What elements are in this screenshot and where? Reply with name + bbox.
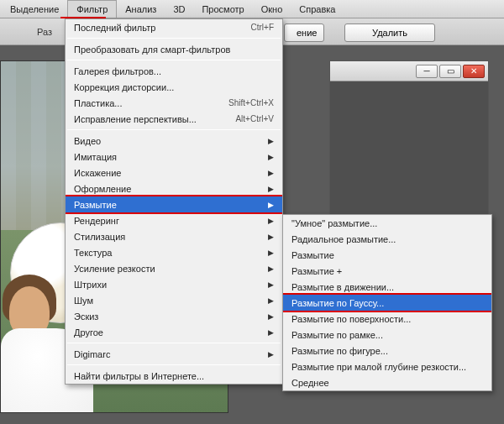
submenu-arrow-icon: ▶ (268, 328, 274, 337)
blur-submenu: "Умное" размытие... Радиальное размытие.… (282, 214, 492, 391)
menu-other[interactable]: Другое▶ (66, 324, 282, 340)
label: Последний фильтр (74, 23, 155, 33)
submenu-arrow-icon: ▶ (268, 350, 274, 359)
label: Размытие (291, 250, 334, 260)
menu-filter[interactable]: Фильтр (67, 0, 117, 18)
menu-view[interactable]: Просмотр (193, 0, 252, 18)
menu-help[interactable]: Справка (291, 0, 344, 18)
maximize-icon: ▭ (447, 66, 454, 76)
menu-analysis[interactable]: Анализ (117, 0, 165, 18)
menu-distort[interactable]: Искажение▶ (66, 165, 282, 181)
separator (67, 129, 281, 130)
menu-artistic[interactable]: Имитация▶ (66, 149, 282, 165)
label: Размытие в движении... (291, 282, 394, 292)
blur-motion[interactable]: Размытие в движении... (283, 279, 491, 295)
menu-lens-correction[interactable]: Коррекция дисторсии... (66, 79, 282, 95)
submenu-arrow-icon: ▶ (268, 185, 274, 193)
label: Среднее (291, 378, 329, 388)
menu-3d[interactable]: 3D (165, 0, 193, 18)
shortcut: Alt+Ctrl+V (235, 114, 274, 123)
menu-pixelate[interactable]: Оформление▶ (66, 181, 282, 196)
blur-average[interactable]: Среднее (283, 374, 491, 390)
toolbar-button-fragment[interactable]: ение (284, 24, 324, 42)
label: Другое (74, 327, 103, 338)
label: Digimarc (74, 349, 110, 359)
separator (67, 343, 281, 343)
label: Размытие по Гауссу... (291, 298, 384, 308)
label: Искажение (74, 168, 121, 178)
blur-surface[interactable]: Размытие по поверхности... (283, 311, 491, 327)
label: Размытие + (291, 266, 342, 276)
delete-button[interactable]: Удалить (344, 24, 435, 42)
label: Размытие при малой глубине резкости... (291, 362, 466, 372)
menu-window[interactable]: Окно (253, 0, 291, 18)
label: Коррекция дисторсии... (74, 82, 174, 92)
shortcut: Shift+Ctrl+X (228, 98, 274, 107)
label: Имитация (74, 152, 117, 162)
panel-titlebar[interactable]: ─ ▭ ✕ (330, 61, 488, 81)
menu-blur[interactable]: Размытие▶ (66, 196, 282, 212)
label: Радиальное размытие... (291, 234, 396, 244)
submenu-arrow-icon: ▶ (268, 296, 274, 305)
label: Шум (74, 296, 93, 306)
blur-shape[interactable]: Размытие по фигуре... (283, 343, 491, 359)
menu-last-filter[interactable]: Последний фильтр Ctrl+F (66, 19, 282, 35)
submenu-arrow-icon: ▶ (268, 137, 274, 145)
label: Галерея фильтров... (74, 66, 161, 76)
submenu-arrow-icon: ▶ (268, 201, 274, 209)
menu-stylize[interactable]: Стилизация▶ (66, 228, 282, 244)
separator (67, 38, 281, 39)
submenu-arrow-icon: ▶ (268, 233, 274, 241)
label: Видео (74, 136, 101, 146)
label: Эскиз (74, 311, 98, 322)
label: Оформление (74, 184, 131, 194)
blur-more[interactable]: Размытие + (283, 263, 491, 279)
submenu-arrow-icon: ▶ (268, 217, 274, 225)
filter-dropdown: Последний фильтр Ctrl+F Преобразовать дл… (65, 18, 283, 385)
menu-texture[interactable]: Текстура▶ (66, 244, 282, 260)
separator (67, 364, 281, 365)
submenu-arrow-icon: ▶ (268, 169, 274, 177)
blur-smart[interactable]: "Умное" размытие... (283, 215, 491, 231)
blur-basic[interactable]: Размытие (283, 247, 491, 263)
maximize-button[interactable]: ▭ (439, 65, 461, 78)
label: Пластика... (74, 98, 122, 108)
menu-browse-filters[interactable]: Найти фильтры в Интернете... (66, 368, 282, 384)
menu-convert-smart[interactable]: Преобразовать для смарт-фильтров (66, 41, 282, 57)
minimize-icon: ─ (423, 66, 429, 76)
blur-lens[interactable]: Размытие при малой глубине резкости... (283, 359, 491, 374)
label: Размытие по фигуре... (291, 346, 388, 356)
menu-vanishing-point[interactable]: Исправление перспективы... Alt+Ctrl+V (66, 111, 282, 127)
menu-liquify[interactable]: Пластика... Shift+Ctrl+X (66, 95, 282, 111)
submenu-arrow-icon: ▶ (268, 280, 274, 289)
close-button[interactable]: ✕ (463, 65, 485, 78)
blur-radial[interactable]: Радиальное размытие... (283, 231, 491, 247)
submenu-arrow-icon: ▶ (268, 249, 274, 257)
menu-brush-strokes[interactable]: Штрихи▶ (66, 276, 282, 292)
submenu-arrow-icon: ▶ (268, 153, 274, 161)
menu-filter-gallery[interactable]: Галерея фильтров... (66, 63, 282, 79)
blur-box[interactable]: Размытие по рамке... (283, 327, 491, 343)
label: "Умное" размытие... (291, 218, 377, 228)
label: Найти фильтры в Интернете... (74, 371, 204, 381)
menu-sketch[interactable]: Эскиз▶ (66, 308, 282, 324)
toolbar-label: Раз (37, 27, 52, 37)
label: Рендеринг (74, 216, 119, 226)
submenu-arrow-icon: ▶ (268, 312, 274, 321)
label: Штрихи (74, 280, 107, 290)
label: Исправление перспективы... (74, 114, 197, 124)
menu-digimarc[interactable]: Digimarc▶ (66, 346, 282, 362)
submenu-arrow-icon: ▶ (268, 264, 274, 273)
menu-render[interactable]: Рендеринг▶ (66, 212, 282, 228)
blur-gaussian[interactable]: Размытие по Гауссу... (283, 295, 491, 311)
shortcut: Ctrl+F (251, 23, 275, 32)
close-icon: ✕ (470, 66, 477, 76)
menu-select[interactable]: Выделение (2, 0, 67, 18)
menu-sharpen[interactable]: Усиление резкости▶ (66, 260, 282, 276)
menu-video[interactable]: Видео▶ (66, 133, 282, 149)
separator (67, 60, 281, 60)
minimize-button[interactable]: ─ (416, 65, 438, 78)
label: Размытие по поверхности... (291, 314, 411, 324)
menu-noise[interactable]: Шум▶ (66, 292, 282, 308)
label: Размытие по рамке... (291, 330, 383, 340)
